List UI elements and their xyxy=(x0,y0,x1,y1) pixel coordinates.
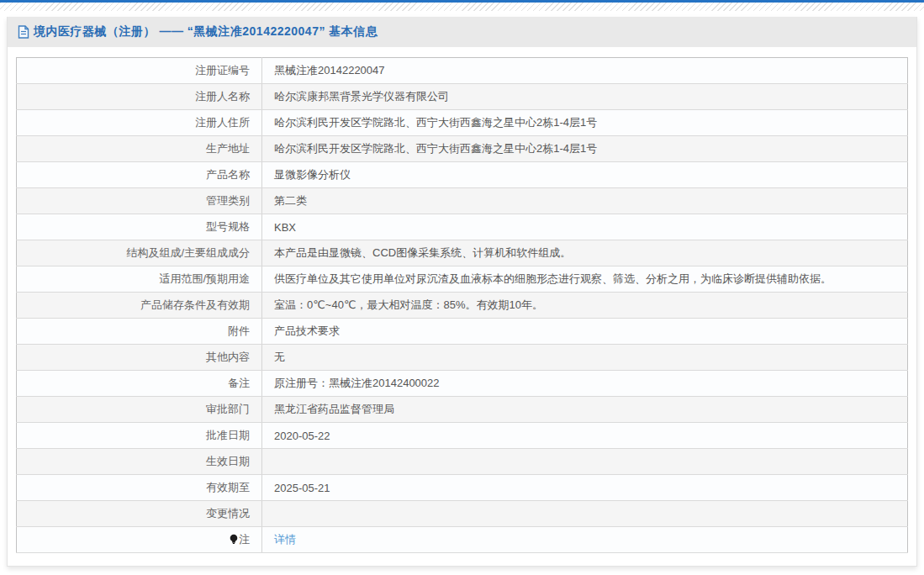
document-icon xyxy=(18,25,29,39)
row-value: 原注册号：黑械注准20142400022 xyxy=(262,371,908,397)
table-row-intended-use: 适用范围/预期用途 供医疗单位及其它使用单位对尿沉渣及血液标本的细胞形态进行观察… xyxy=(17,266,908,293)
table-row-product-name: 产品名称 显微影像分析仪 xyxy=(17,162,908,188)
row-label: 生效日期 xyxy=(17,449,262,475)
row-label: 批准日期 xyxy=(17,423,262,449)
row-label: 注册人名称 xyxy=(17,84,262,110)
row-value: 无 xyxy=(262,345,908,371)
row-label: 其他内容 xyxy=(17,345,262,371)
row-label: 产品名称 xyxy=(17,162,262,188)
row-value: 2025-05-21 xyxy=(262,475,908,501)
bulb-icon xyxy=(230,534,238,547)
row-label: 注 xyxy=(17,527,262,553)
row-label: 结构及组成/主要组成成分 xyxy=(17,240,262,266)
note-label: 注 xyxy=(239,533,250,546)
table-row-approval-department: 审批部门 黑龙江省药品监督管理局 xyxy=(17,397,908,423)
row-label: 备注 xyxy=(17,371,262,397)
table-row-registrant-address: 注册人住所 哈尔滨利民开发区学院路北、西宁大街西鑫海之星中心2栋1-4层1号 xyxy=(17,110,908,136)
row-label: 生产地址 xyxy=(17,136,262,162)
table-row-structure-composition: 结构及组成/主要组成成分 本产品是由显微镜、CCD图像采集系统、计算机和软件组成… xyxy=(17,240,908,266)
row-label: 注册人住所 xyxy=(17,110,262,136)
table-row-effective-date: 生效日期 xyxy=(17,449,908,475)
row-value xyxy=(262,501,908,527)
row-label: 适用范围/预期用途 xyxy=(17,266,262,293)
table-row-production-address: 生产地址 哈尔滨利民开发区学院路北、西宁大街西鑫海之星中心2栋1-4层1号 xyxy=(17,136,908,162)
row-value: 黑龙江省药品监督管理局 xyxy=(262,397,908,423)
page-title: 境内医疗器械（注册） —— “黑械注准20142220047” 基本信息 xyxy=(34,24,378,40)
row-label: 附件 xyxy=(17,319,262,345)
table-row-other-content: 其他内容 无 xyxy=(17,345,908,371)
row-value: 哈尔滨利民开发区学院路北、西宁大街西鑫海之星中心2栋1-4层1号 xyxy=(262,136,908,162)
row-value: 显微影像分析仪 xyxy=(262,162,908,188)
table-row-storage-validity: 产品储存条件及有效期 室温：0℃~40℃，最大相对温度：85%。有效期10年。 xyxy=(17,293,908,319)
table-row-model-spec: 型号规格 KBX xyxy=(17,214,908,240)
table-row-approval-date: 批准日期 2020-05-22 xyxy=(17,423,908,449)
table-row-remarks: 备注 原注册号：黑械注准20142400022 xyxy=(17,371,908,397)
registration-info-table: 注册证编号 黑械注准20142220047 注册人名称 哈尔滨康邦黑背景光学仪器… xyxy=(16,57,908,553)
row-value: 本产品是由显微镜、CCD图像采集系统、计算机和软件组成。 xyxy=(262,240,908,266)
row-value: 供医疗单位及其它使用单位对尿沉渣及血液标本的细胞形态进行观察、筛选、分析之用，为… xyxy=(262,266,908,293)
table-row-change-status: 变更情况 xyxy=(17,501,908,527)
row-value xyxy=(262,449,908,475)
row-value: 第二类 xyxy=(262,188,908,214)
row-value: 室温：0℃~40℃，最大相对温度：85%。有效期10年。 xyxy=(262,293,908,319)
card-header: 境内医疗器械（注册） —— “黑械注准20142220047” 基本信息 xyxy=(8,17,916,47)
row-label: 有效期至 xyxy=(17,475,262,501)
table-row-note: 注 详情 xyxy=(17,527,908,553)
row-value: KBX xyxy=(262,214,908,240)
row-label: 变更情况 xyxy=(17,501,262,527)
table-row-certificate-number: 注册证编号 黑械注准20142220047 xyxy=(17,58,908,84)
row-label: 注册证编号 xyxy=(17,58,262,84)
table-row-management-category: 管理类别 第二类 xyxy=(17,188,908,214)
striped-divider xyxy=(0,3,924,11)
row-label: 型号规格 xyxy=(17,214,262,240)
row-value: 哈尔滨利民开发区学院路北、西宁大街西鑫海之星中心2栋1-4层1号 xyxy=(262,110,908,136)
row-label: 管理类别 xyxy=(17,188,262,214)
row-value: 详情 xyxy=(262,527,908,553)
table-row-attachment: 附件 产品技术要求 xyxy=(17,319,908,345)
detail-link[interactable]: 详情 xyxy=(274,533,296,546)
row-label: 审批部门 xyxy=(17,397,262,423)
row-label: 产品储存条件及有效期 xyxy=(17,293,262,319)
row-value: 产品技术要求 xyxy=(262,319,908,345)
row-value: 黑械注准20142220047 xyxy=(262,58,908,84)
table-row-registrant-name: 注册人名称 哈尔滨康邦黑背景光学仪器有限公司 xyxy=(17,84,908,110)
row-value: 哈尔滨康邦黑背景光学仪器有限公司 xyxy=(262,84,908,110)
row-value: 2020-05-22 xyxy=(262,423,908,449)
registration-detail-card: 境内医疗器械（注册） —— “黑械注准20142220047” 基本信息 注册证… xyxy=(7,17,917,567)
table-row-valid-until: 有效期至 2025-05-21 xyxy=(17,475,908,501)
card-body: 注册证编号 黑械注准20142220047 注册人名称 哈尔滨康邦黑背景光学仪器… xyxy=(8,47,916,566)
